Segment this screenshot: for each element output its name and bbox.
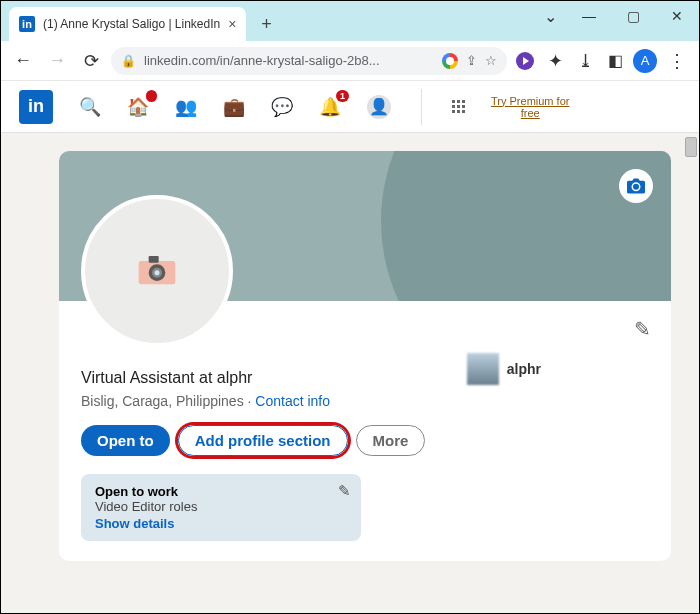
tabs-dropdown-icon[interactable]: ⌄	[533, 1, 567, 31]
jobs-icon[interactable]: 💼	[223, 96, 245, 118]
work-grid-icon[interactable]	[452, 100, 465, 113]
profile-location-line: Bislig, Caraga, Philippines · Contact in…	[81, 393, 649, 409]
close-tab-icon[interactable]: ×	[228, 16, 236, 32]
search-icon[interactable]: 🔍	[79, 96, 101, 118]
more-button[interactable]: More	[356, 425, 426, 456]
profile-card: ✎ alphr Virtual Assistant at alphr Bisli…	[59, 151, 671, 561]
back-button[interactable]: ←	[9, 47, 37, 75]
minimize-button[interactable]: —	[567, 1, 611, 31]
notifications-icon[interactable]: 🔔1	[319, 96, 341, 118]
messaging-icon[interactable]: 💬	[271, 96, 293, 118]
scrollbar-thumb[interactable]	[685, 137, 697, 157]
window-titlebar: in (1) Anne Krystal Saligo | LinkedIn × …	[1, 1, 699, 41]
linkedin-logo[interactable]: in	[19, 90, 53, 124]
bookmark-icon[interactable]: ☆	[485, 53, 497, 68]
company-name: alphr	[507, 361, 541, 377]
network-icon[interactable]: 👥	[175, 96, 197, 118]
open-to-work-subtitle: Video Editor roles	[95, 499, 347, 514]
page-content: in 🔍 🏠 👥 💼 💬 🔔1 👤 Try Premium forfree	[1, 81, 699, 614]
google-icon[interactable]	[442, 53, 458, 69]
open-to-work-card[interactable]: ✎ Open to work Video Editor roles Show d…	[81, 474, 361, 541]
new-tab-button[interactable]: +	[252, 10, 280, 38]
home-badge	[146, 90, 157, 102]
forward-button[interactable]: →	[43, 47, 71, 75]
lock-icon: 🔒	[121, 54, 136, 68]
linkedin-top-nav: in 🔍 🏠 👥 💼 💬 🔔1 👤 Try Premium forfree	[1, 81, 699, 133]
home-icon[interactable]: 🏠	[127, 96, 149, 118]
profile-headline: Virtual Assistant at alphr	[81, 369, 649, 387]
linkedin-favicon: in	[19, 16, 35, 32]
try-premium-link[interactable]: Try Premium forfree	[491, 95, 569, 119]
media-extension-icon[interactable]	[513, 49, 537, 73]
tab-title: (1) Anne Krystal Saligo | LinkedIn	[43, 17, 220, 31]
open-to-work-details-link[interactable]: Show details	[95, 516, 347, 531]
open-to-work-title: Open to work	[95, 484, 347, 499]
chrome-menu-icon[interactable]: ⋮	[663, 47, 691, 75]
url-text: linkedin.com/in/anne-krystal-saligo-2b8.…	[144, 53, 380, 68]
edit-cover-camera-icon[interactable]	[619, 169, 653, 203]
downloads-icon[interactable]: ⤓	[573, 49, 597, 73]
me-avatar[interactable]: 👤	[367, 95, 391, 119]
contact-info-link[interactable]: Contact info	[255, 393, 330, 409]
address-bar[interactable]: 🔒 linkedin.com/in/anne-krystal-saligo-2b…	[111, 47, 507, 75]
company-logo	[467, 353, 499, 385]
current-company[interactable]: alphr	[467, 353, 541, 385]
side-panel-icon[interactable]: ◧	[603, 49, 627, 73]
notifications-badge: 1	[336, 90, 349, 102]
add-profile-section-button[interactable]: Add profile section	[178, 425, 348, 456]
edit-profile-icon[interactable]: ✎	[634, 317, 651, 341]
edit-open-to-work-icon[interactable]: ✎	[338, 482, 351, 500]
extensions-icon[interactable]: ✦	[543, 49, 567, 73]
share-icon[interactable]: ⇪	[466, 53, 477, 68]
svg-point-4	[155, 270, 160, 275]
reload-button[interactable]: ⟳	[77, 47, 105, 75]
open-to-button[interactable]: Open to	[81, 425, 170, 456]
maximize-button[interactable]: ▢	[611, 1, 655, 31]
svg-rect-1	[149, 256, 159, 263]
nav-divider	[421, 89, 422, 125]
browser-toolbar: ← → ⟳ 🔒 linkedin.com/in/anne-krystal-sal…	[1, 41, 699, 81]
close-window-button[interactable]: ✕	[655, 1, 699, 31]
chrome-profile-avatar[interactable]: A	[633, 49, 657, 73]
camera-icon	[137, 256, 177, 286]
browser-tab[interactable]: in (1) Anne Krystal Saligo | LinkedIn ×	[9, 7, 246, 41]
